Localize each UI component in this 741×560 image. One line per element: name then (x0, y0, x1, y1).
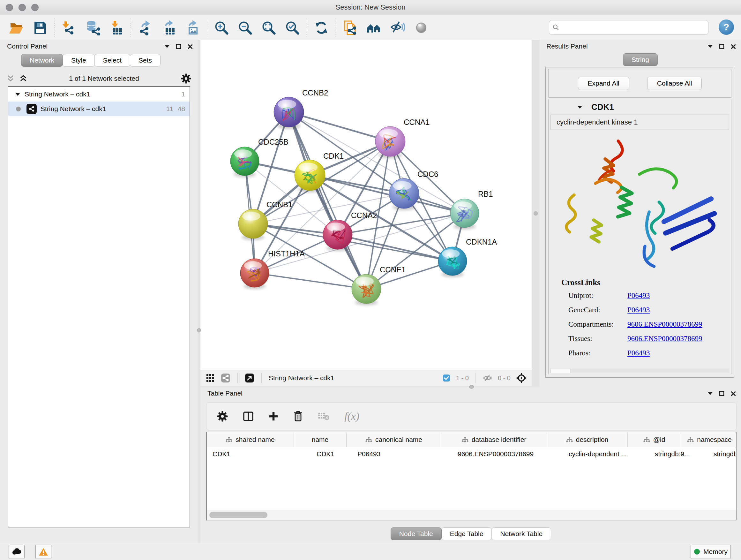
column-header-canonical-name[interactable]: canonical name (347, 432, 441, 447)
crosslink-link[interactable]: 9606.ENSP00000378699 (627, 320, 702, 328)
tab-network[interactable]: Network (21, 54, 63, 67)
string-home-icon[interactable] (364, 18, 384, 38)
network-node-CDC6[interactable] (389, 179, 419, 210)
network-node-CCNE1[interactable] (352, 274, 381, 306)
clone-network-icon[interactable] (340, 18, 360, 38)
node-details-header[interactable]: CDK1 (549, 99, 731, 115)
collapse-all-networks-icon[interactable] (6, 74, 15, 83)
results-panel-float-button[interactable] (718, 43, 725, 50)
column-header--id[interactable]: @id (628, 432, 681, 447)
table-cell[interactable]: CDK1 (207, 447, 299, 461)
warnings-icon[interactable] (36, 545, 51, 558)
bottom-splitter-handle[interactable] (469, 385, 474, 388)
table-cell[interactable]: cyclin-dependent ... (563, 447, 649, 461)
automation-cloud-icon[interactable] (9, 545, 24, 558)
network-node-CCNA1[interactable] (375, 126, 405, 159)
expand-all-networks-icon[interactable] (18, 74, 28, 83)
collection-expand-arrow-icon[interactable] (15, 92, 20, 96)
table-settings-gear-icon[interactable] (215, 409, 230, 424)
expand-all-button[interactable]: Expand All (578, 77, 629, 90)
table-panel-close-button[interactable] (730, 390, 737, 397)
crosslink-link[interactable]: 9606.ENSP00000378699 (627, 334, 702, 343)
table-cell[interactable]: CDK1 (299, 447, 352, 461)
table-cell[interactable]: 9606.ENSP00000378699 (452, 447, 563, 461)
node-collapse-arrow-icon[interactable] (577, 105, 583, 109)
control-panel-close-button[interactable] (187, 44, 193, 50)
crosslink-link[interactable]: P06493 (627, 306, 650, 314)
import-network-database-icon[interactable] (83, 18, 103, 38)
import-network-file-icon[interactable] (59, 18, 79, 38)
function-builder-icon[interactable]: f(x) (342, 408, 361, 424)
results-panel-close-button[interactable] (730, 44, 737, 50)
add-column-icon[interactable] (266, 409, 280, 423)
control-panel-menu-button[interactable] (164, 44, 170, 49)
hide-panel-eye-icon[interactable] (388, 18, 408, 38)
zoom-selected-icon[interactable] (282, 18, 302, 38)
table-cell[interactable]: stringdb (708, 447, 737, 461)
tab-string[interactable]: String (623, 53, 658, 66)
show-grid-icon[interactable] (205, 373, 216, 383)
table-cell[interactable]: P06493 (352, 447, 452, 461)
table-panel-menu-button[interactable] (707, 391, 713, 396)
crosslink-link[interactable]: P06493 (627, 349, 650, 357)
tab-edge-table[interactable]: Edge Table (441, 527, 492, 540)
tab-network-table[interactable]: Network Table (491, 527, 551, 540)
export-network-icon[interactable] (135, 18, 155, 38)
tab-style[interactable]: Style (63, 54, 95, 67)
right-splitter-handle[interactable] (534, 211, 538, 215)
inactive-eye-icon[interactable] (411, 18, 431, 38)
tab-sets[interactable]: Sets (130, 54, 160, 67)
export-image-icon[interactable] (183, 18, 202, 38)
network-edge-ccna1-ccnb2[interactable] (289, 112, 390, 141)
export-table-icon[interactable] (159, 18, 179, 38)
network-collection-row[interactable]: String Network – cdk1 1 (8, 87, 190, 102)
crosslink-link[interactable]: P06493 (627, 292, 650, 300)
column-header-name[interactable]: name (294, 432, 347, 447)
zoom-fit-icon[interactable] (259, 18, 279, 38)
hidden-elements-eye-icon[interactable] (481, 373, 493, 383)
network-node-CDK1[interactable] (294, 160, 325, 192)
table-hscrollbar[interactable] (207, 510, 736, 520)
column-header-database-identifier[interactable]: database identifier (441, 432, 547, 447)
network-edge-ccna2-cdkn1a[interactable] (338, 235, 453, 261)
network-share-view-icon[interactable] (219, 372, 232, 384)
tab-node-table[interactable]: Node Table (391, 527, 442, 540)
network-node-CDKN1A[interactable] (438, 247, 467, 277)
open-session-icon[interactable] (6, 18, 26, 38)
table-cell[interactable]: stringdb:9... (649, 447, 708, 461)
network-node-CDC25B[interactable] (230, 147, 259, 177)
table-panel-float-button[interactable] (718, 390, 725, 397)
apply-layout-icon[interactable] (312, 18, 331, 38)
tab-select[interactable]: Select (94, 54, 130, 67)
collapse-all-button[interactable]: Collapse All (647, 77, 702, 90)
control-panel-float-button[interactable] (175, 43, 182, 50)
delete-column-trash-icon[interactable] (291, 409, 305, 424)
results-panel-menu-button[interactable] (707, 44, 713, 49)
birds-eye-view-icon[interactable] (244, 372, 256, 384)
network-row-selected[interactable]: String Network – cdk1 11 48 (8, 102, 190, 116)
network-edge-hist1h1a-ccne1[interactable] (255, 273, 366, 289)
network-node-RB1[interactable] (450, 199, 479, 229)
table-row[interactable]: CDK1CDK1P064939606.ENSP00000378699cyclin… (207, 447, 736, 461)
help-button[interactable]: ? (719, 19, 734, 35)
selected-nodes-checkbox-icon[interactable] (441, 373, 452, 383)
memory-button[interactable]: Memory (690, 545, 731, 558)
delete-table-icon[interactable] (316, 410, 332, 423)
column-header-shared-name[interactable]: shared name (207, 432, 294, 447)
search-field[interactable] (549, 20, 709, 35)
fit-selected-crosshair-icon[interactable] (515, 372, 528, 384)
results-hscrollbar[interactable] (550, 369, 729, 373)
save-session-icon[interactable] (30, 18, 50, 38)
zoom-in-icon[interactable] (212, 18, 231, 38)
search-input[interactable] (562, 23, 708, 32)
import-table-icon[interactable] (106, 18, 126, 38)
left-splitter-handle[interactable] (197, 328, 201, 332)
network-edge-ccnb2-ccne1[interactable] (289, 112, 366, 289)
column-header-namespace[interactable]: namespace (681, 432, 737, 447)
column-header-description[interactable]: description (547, 432, 628, 447)
network-canvas[interactable]: CCNB2CCNA1CDC25BCDK1CDC6RB1CCNB1CCNA2CDK… (200, 40, 532, 370)
network-node-CCNB1[interactable] (239, 209, 268, 240)
zoom-out-icon[interactable] (235, 18, 255, 38)
network-node-HIST1H1A[interactable] (240, 259, 269, 289)
show-columns-icon[interactable] (241, 409, 256, 423)
